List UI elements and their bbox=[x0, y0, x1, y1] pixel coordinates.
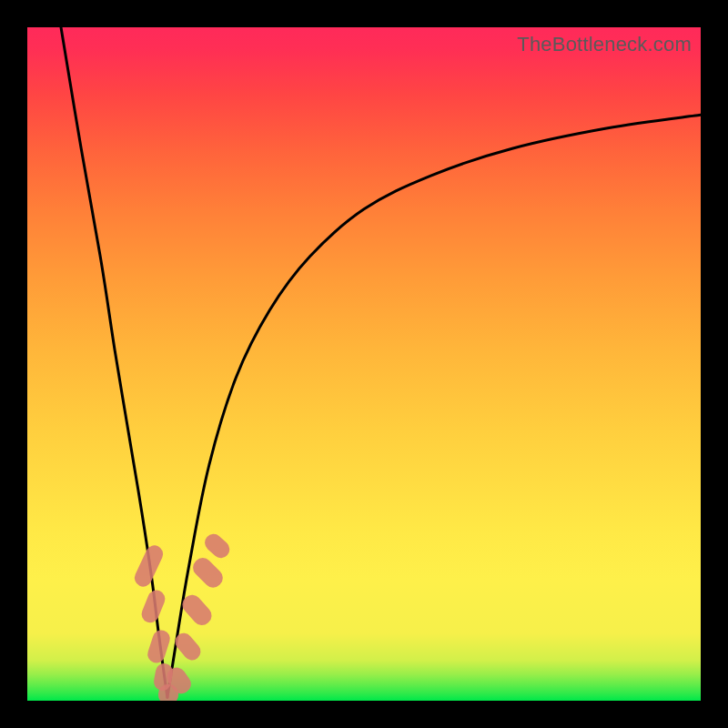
chart-frame: TheBottleneck.com bbox=[0, 0, 728, 728]
curves-layer bbox=[27, 27, 701, 701]
plot-area: TheBottleneck.com bbox=[27, 27, 701, 701]
curve-right-branch bbox=[167, 115, 701, 697]
